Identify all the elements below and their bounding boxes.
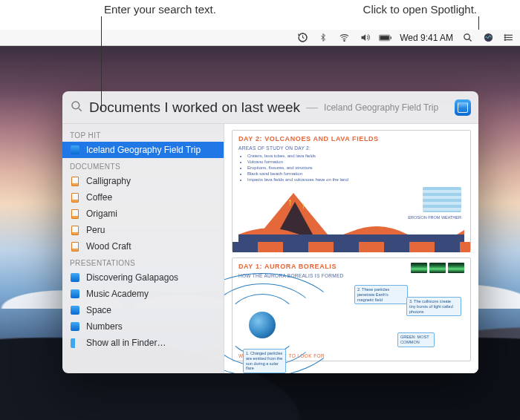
slide1-bullets: Craters, lava tubes, and lava fieldsVolc… bbox=[241, 153, 464, 183]
notification-center-icon[interactable] bbox=[502, 31, 516, 45]
keynote-doc-icon bbox=[71, 145, 79, 154]
slide1-bullet: Volcano formation bbox=[247, 159, 464, 165]
svg-point-14 bbox=[72, 102, 79, 109]
svg-point-1 bbox=[344, 40, 345, 41]
result-label: Numbers bbox=[86, 321, 123, 332]
slide1-bullet: Craters, lava tubes, and lava fields bbox=[247, 153, 464, 159]
diagram-note-4: GREEN: MOST COMMON bbox=[397, 332, 435, 347]
aurora-diagram: 1. Charged particles are emitted from th… bbox=[238, 280, 464, 352]
preview-slide-day2: DAY 2: VOLCANOES AND LAVA FIELDS AREAS O… bbox=[232, 130, 471, 252]
diagram-note-2: 2. These particles penetrate Earth's mag… bbox=[354, 285, 408, 304]
result-label: Show all in Finder… bbox=[86, 338, 166, 348]
result-label: Discovering Galapagos bbox=[86, 272, 178, 283]
timemachine-icon[interactable] bbox=[296, 31, 309, 45]
weather-graphic bbox=[423, 187, 461, 212]
volume-icon[interactable] bbox=[358, 31, 371, 45]
menubar-clock[interactable]: Wed 9:41 AM bbox=[400, 33, 453, 43]
menubar: Wed 9:41 AM bbox=[0, 30, 520, 46]
svg-line-15 bbox=[79, 108, 82, 111]
svg-point-13 bbox=[504, 39, 505, 40]
result-row[interactable]: Peru bbox=[62, 222, 224, 238]
result-label: Calligraphy bbox=[86, 176, 131, 186]
result-label: Space bbox=[86, 305, 111, 315]
result-label: Wood Craft bbox=[86, 241, 131, 252]
annotation-layer: Enter your search text. Click to open Sp… bbox=[0, 0, 520, 30]
results-section-header: DOCUMENTS bbox=[62, 158, 224, 173]
spotlight-window: Documents I worked on last week — Icelan… bbox=[62, 91, 478, 373]
svg-point-11 bbox=[504, 35, 505, 36]
keynote-doc-icon bbox=[71, 273, 79, 282]
svg-rect-4 bbox=[391, 36, 391, 39]
result-label: Iceland Geography Field Trip bbox=[86, 145, 201, 155]
wifi-icon[interactable] bbox=[337, 31, 351, 45]
slide1-footer-strip bbox=[233, 242, 470, 252]
keynote-doc-icon bbox=[71, 289, 79, 298]
eruption-arrow-icon: ↑ bbox=[287, 196, 293, 208]
result-row[interactable]: Wood Craft bbox=[62, 238, 224, 255]
spotlight-query[interactable]: Documents I worked on last week bbox=[89, 99, 300, 116]
result-label: Origami bbox=[86, 209, 117, 219]
result-row[interactable]: Coffee bbox=[62, 189, 224, 206]
result-label: Peru bbox=[86, 225, 105, 235]
annotation-spotlight-click: Click to open Spotlight. bbox=[363, 3, 477, 16]
keynote-doc-icon bbox=[71, 322, 79, 331]
result-row[interactable]: Discovering Galapagos bbox=[62, 269, 224, 286]
spotlight-top-hit-inline: Iceland Geography Field Trip bbox=[324, 102, 449, 113]
battery-icon[interactable] bbox=[379, 31, 392, 45]
finder-icon bbox=[71, 338, 80, 348]
results-section-header: TOP HIT bbox=[62, 127, 224, 142]
siri-icon[interactable] bbox=[481, 31, 495, 45]
diagram-note-3: 3. The collisions create tiny bursts of … bbox=[406, 297, 461, 316]
result-label: Coffee bbox=[86, 192, 112, 203]
svg-point-5 bbox=[464, 34, 469, 40]
result-row[interactable]: Numbers bbox=[62, 318, 224, 335]
spotlight-preview-pane: DAY 2: VOLCANOES AND LAVA FIELDS AREAS O… bbox=[224, 124, 478, 373]
eruption-arrow-icon: ↑ bbox=[301, 200, 305, 211]
annotation-search-text: Enter your search text. bbox=[104, 3, 216, 16]
slide1-bullet: Black sand beach formation bbox=[247, 171, 464, 177]
bluetooth-icon[interactable] bbox=[316, 31, 330, 45]
aurora-thumbnails bbox=[411, 263, 464, 273]
svg-rect-3 bbox=[380, 36, 389, 40]
results-section-header: PRESENTATIONS bbox=[62, 255, 224, 269]
slide1-bullet: Impacts lava fields and volcanoes have o… bbox=[247, 177, 464, 183]
result-row[interactable]: Music Academy bbox=[62, 286, 224, 302]
spotlight-results-list[interactable]: TOP HITIceland Geography Field TripDOCUM… bbox=[62, 124, 224, 373]
spotlight-search-bar[interactable]: Documents I worked on last week — Icelan… bbox=[62, 91, 478, 124]
pages-doc-icon bbox=[71, 177, 79, 186]
search-icon bbox=[70, 99, 83, 116]
result-row[interactable]: Iceland Geography Field Trip bbox=[62, 142, 224, 158]
spotlight-query-divider: — bbox=[306, 101, 318, 114]
pages-doc-icon bbox=[71, 209, 79, 219]
result-row[interactable]: Space bbox=[62, 302, 224, 318]
result-label: Music Academy bbox=[86, 289, 149, 299]
svg-point-12 bbox=[504, 37, 505, 38]
pages-doc-icon bbox=[71, 242, 79, 252]
slide1-bullet: Eruptions, fissures, and structure bbox=[247, 165, 464, 171]
pages-doc-icon bbox=[71, 193, 79, 203]
preview-slide-day1: DAY 1: AURORA BOREALIS HOW THE AURORA BO… bbox=[232, 257, 471, 361]
slide1-title: DAY 2: VOLCANOES AND LAVA FIELDS bbox=[238, 135, 464, 142]
diagram-note-1: 1. Charged particles are emitted from th… bbox=[243, 349, 286, 373]
spotlight-icon[interactable] bbox=[461, 31, 474, 45]
annotation-line-right bbox=[478, 16, 479, 30]
result-row[interactable]: Origami bbox=[62, 206, 224, 222]
result-row[interactable]: Calligraphy bbox=[62, 173, 224, 189]
annotation-line-left bbox=[101, 16, 102, 110]
keynote-doc-icon bbox=[71, 306, 79, 315]
pages-doc-icon bbox=[71, 226, 79, 235]
result-row[interactable]: Show all in Finder… bbox=[62, 335, 224, 351]
slide1-subheader: AREAS OF STUDY ON DAY 2: bbox=[238, 145, 464, 151]
svg-line-6 bbox=[469, 39, 471, 41]
keynote-app-icon bbox=[455, 99, 471, 116]
